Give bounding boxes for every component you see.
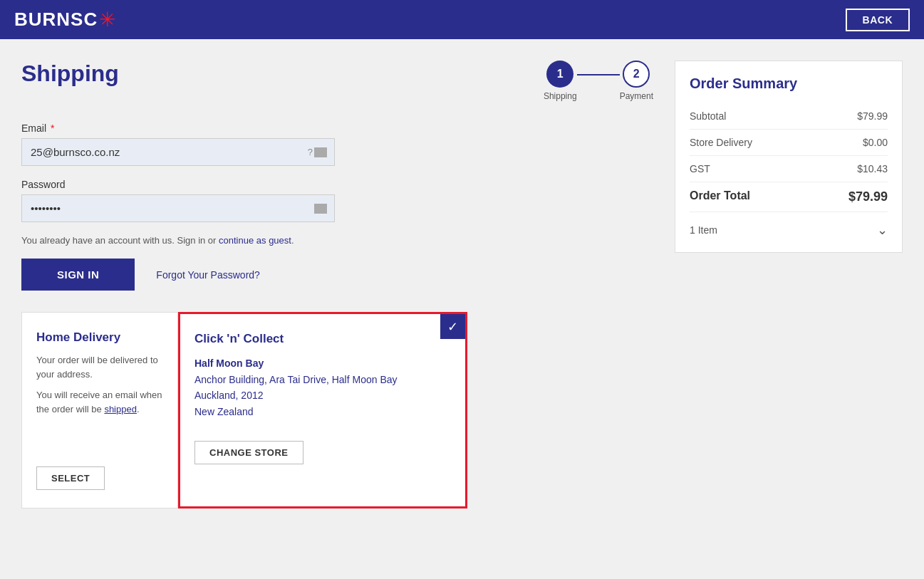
store-name: Half Moon Bay bbox=[194, 358, 451, 369]
order-total-row: Order Total $79.99 bbox=[690, 182, 888, 204]
items-label: 1 Item bbox=[690, 224, 717, 236]
email-field-group: Email * ? bbox=[21, 122, 653, 166]
shipped-link[interactable]: shipped bbox=[104, 404, 137, 414]
step1-circle: 1 bbox=[546, 61, 573, 88]
click-collect-card: ✓ Click 'n' Collect Half Moon Bay Anchor… bbox=[180, 314, 465, 506]
store-address-line3: New Zealand bbox=[194, 406, 254, 417]
checkout-stepper: 1 Shipping 2 Payment bbox=[544, 61, 653, 101]
chevron-down-icon[interactable]: ⌄ bbox=[877, 222, 888, 238]
items-row: 1 Item ⌄ bbox=[690, 212, 888, 238]
store-delivery-value: $0.00 bbox=[863, 137, 888, 148]
step-payment: 2 Payment bbox=[620, 61, 653, 101]
change-store-button[interactable]: CHANGE STORE bbox=[194, 441, 303, 464]
home-delivery-text2: You will receive an email when the order… bbox=[36, 388, 163, 416]
password-input-icon bbox=[307, 204, 334, 214]
gst-value: $10.43 bbox=[857, 163, 888, 174]
store-address-line2: Auckland, 2012 bbox=[194, 390, 264, 401]
gst-row: GST $10.43 bbox=[690, 156, 888, 182]
logo-star-icon: ✳ bbox=[99, 8, 115, 31]
email-input-icon: ? bbox=[301, 147, 334, 157]
selected-check-badge: ✓ bbox=[440, 314, 465, 339]
order-total-label: Order Total bbox=[690, 189, 750, 204]
password-field-group: Password bbox=[21, 179, 653, 222]
step1-label: Shipping bbox=[544, 91, 577, 101]
step-shipping: 1 Shipping bbox=[544, 61, 577, 101]
main-content: Shipping 1 Shipping 2 Payment bbox=[0, 39, 924, 530]
subtotal-row: Subtotal $79.99 bbox=[690, 103, 888, 130]
logo: BURNSC ✳ bbox=[14, 8, 115, 31]
password-input-wrapper bbox=[21, 194, 335, 222]
email-input[interactable] bbox=[22, 139, 301, 165]
password-label: Password bbox=[21, 179, 653, 190]
signin-row: SIGN IN Forgot Your Password? bbox=[21, 259, 653, 291]
header: BURNSC ✳ BACK bbox=[0, 0, 924, 39]
logo-text: BURNSC bbox=[14, 9, 98, 31]
signin-button[interactable]: SIGN IN bbox=[21, 259, 135, 291]
right-column: Order Summary Subtotal $79.99 Store Deli… bbox=[675, 61, 903, 508]
order-summary-title: Order Summary bbox=[690, 75, 888, 92]
gst-label: GST bbox=[690, 163, 710, 174]
home-delivery-text1: Your order will be delivered to your add… bbox=[36, 353, 163, 381]
delivery-options: Home Delivery Your order will be deliver… bbox=[21, 312, 653, 508]
store-delivery-label: Store Delivery bbox=[690, 137, 752, 148]
account-hint: You already have an account with us. Sig… bbox=[21, 235, 653, 246]
home-delivery-card: Home Delivery Your order will be deliver… bbox=[21, 312, 178, 508]
store-delivery-row: Store Delivery $0.00 bbox=[690, 130, 888, 156]
step2-number: 2 bbox=[633, 68, 640, 80]
subtotal-label: Subtotal bbox=[690, 110, 726, 122]
back-button[interactable]: BACK bbox=[846, 9, 910, 31]
step-connector bbox=[577, 74, 620, 75]
order-total-value: $79.99 bbox=[848, 189, 888, 204]
left-column: Shipping 1 Shipping 2 Payment bbox=[21, 61, 653, 508]
title-row: Shipping 1 Shipping 2 Payment bbox=[21, 61, 653, 101]
email-input-wrapper: ? bbox=[21, 138, 335, 166]
step2-circle: 2 bbox=[623, 61, 650, 88]
step1-number: 1 bbox=[557, 68, 564, 80]
store-address: Anchor Building, Ara Tai Drive, Half Moo… bbox=[194, 372, 451, 419]
home-delivery-title: Home Delivery bbox=[36, 330, 163, 345]
continue-as-guest-link[interactable]: continue as guest bbox=[219, 235, 291, 246]
page-title: Shipping bbox=[21, 61, 119, 87]
subtotal-value: $79.99 bbox=[857, 110, 888, 122]
forgot-password-link[interactable]: Forgot Your Password? bbox=[156, 269, 260, 281]
home-delivery-select-button[interactable]: SELECT bbox=[36, 466, 105, 490]
click-collect-title: Click 'n' Collect bbox=[194, 332, 451, 346]
store-address-line1: Anchor Building, Ara Tai Drive, Half Moo… bbox=[194, 374, 398, 385]
click-collect-wrapper: ✓ Click 'n' Collect Half Moon Bay Anchor… bbox=[178, 312, 467, 508]
step2-label: Payment bbox=[620, 91, 653, 101]
password-input[interactable] bbox=[22, 195, 307, 221]
order-summary: Order Summary Subtotal $79.99 Store Deli… bbox=[675, 61, 903, 253]
email-label: Email * bbox=[21, 122, 653, 134]
